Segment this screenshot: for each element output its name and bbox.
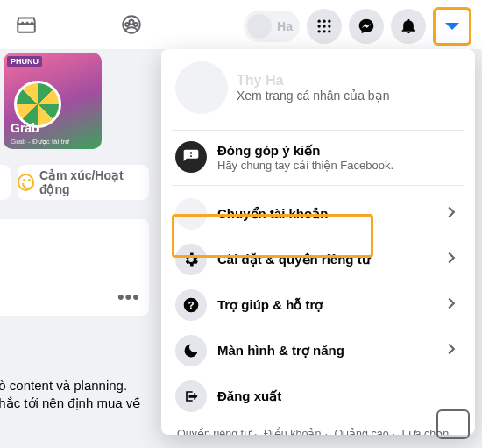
feedback-sub: Hãy chung tay cải thiện Facebook. xyxy=(217,159,393,172)
switch-account-icon xyxy=(175,198,207,230)
sponsored-story-card[interactable]: PHUNU Grab Grab - Được tài trợ xyxy=(4,53,102,149)
post-more-icon[interactable]: ••• xyxy=(117,286,140,309)
divider xyxy=(172,185,464,186)
story-title: Grab xyxy=(11,121,39,135)
svg-point-11 xyxy=(323,30,325,32)
notifications-button[interactable] xyxy=(391,9,426,44)
post-body-text: nò content và planning. nhắc tới nên địn… xyxy=(0,377,184,413)
logout-icon xyxy=(175,380,207,412)
composer-feeling-button[interactable]: Cảm xúc/Hoạt động xyxy=(18,165,149,200)
chat-launcher-icon[interactable] xyxy=(436,409,470,439)
marketplace-nav-icon[interactable] xyxy=(9,7,44,42)
chevron-right-icon xyxy=(442,203,461,225)
menu-label: Trợ giúp & hỗ trợ xyxy=(217,297,323,313)
dropdown-footer: Quyền riêng tư· Điều khoản· Quảng cáo· L… xyxy=(168,419,468,435)
divider xyxy=(172,130,464,131)
svg-point-8 xyxy=(323,25,325,27)
gear-icon xyxy=(175,244,207,275)
feedback-row[interactable]: Đóng góp ý kiến Hãy chung tay cải thiện … xyxy=(168,136,468,181)
menu-label: Đăng xuất xyxy=(217,388,281,404)
moon-icon xyxy=(175,335,207,366)
footer-link[interactable]: Quyền riêng tư xyxy=(177,428,251,435)
svg-point-9 xyxy=(328,25,330,27)
post-line: nò content và planning. xyxy=(0,377,184,395)
profile-name: Thy Ha xyxy=(237,73,389,89)
menu-display-accessibility[interactable]: Màn hình & trợ năng xyxy=(168,328,468,373)
svg-text:?: ? xyxy=(188,299,194,310)
svg-point-4 xyxy=(318,20,321,23)
menu-grid-button[interactable] xyxy=(307,9,342,44)
messenger-button[interactable] xyxy=(349,9,384,44)
composer-option[interactable] xyxy=(0,165,11,200)
feedback-title: Đóng góp ý kiến xyxy=(217,143,393,159)
menu-help-support[interactable]: ? Trợ giúp & hỗ trợ xyxy=(168,282,468,328)
avatar xyxy=(247,14,272,39)
footer-link[interactable]: Điều khoản xyxy=(264,428,321,435)
profile-name: Ha xyxy=(277,19,293,33)
svg-point-3 xyxy=(134,23,138,26)
menu-label: Cài đặt & quyền riêng tư xyxy=(217,252,371,267)
post-line: nhắc tới nên định mua về xyxy=(0,395,184,412)
menu-logout[interactable]: Đăng xuất xyxy=(168,373,468,419)
svg-point-12 xyxy=(328,30,330,32)
svg-point-5 xyxy=(323,20,325,23)
feedback-icon xyxy=(175,141,207,173)
feed-left-column: PHUNU Grab Grab - Được tài trợ Cảm xúc/H… xyxy=(0,49,149,316)
smiley-icon xyxy=(18,174,34,191)
menu-label: Màn hình & trợ năng xyxy=(217,343,344,359)
composer-feeling-label: Cảm xúc/Hoạt động xyxy=(39,168,149,196)
profile-sublabel: Xem trang cá nhân của bạn xyxy=(237,89,389,103)
chevron-right-icon xyxy=(442,339,461,362)
svg-point-6 xyxy=(328,20,330,23)
caret-down-icon xyxy=(445,23,459,30)
chevron-right-icon xyxy=(442,248,461,271)
avatar xyxy=(175,61,228,114)
top-navbar: Ha xyxy=(0,0,482,49)
footer-link[interactable]: Quảng cáo xyxy=(334,428,388,435)
chevron-right-icon xyxy=(442,294,461,316)
svg-point-1 xyxy=(129,20,133,25)
menu-settings-privacy[interactable]: Cài đặt & quyền riêng tư xyxy=(168,237,468,282)
topbar-right-cluster: Ha xyxy=(244,7,471,46)
menu-label: Chuyển tài khoản xyxy=(217,206,328,222)
composer-row: Cảm xúc/Hoạt động xyxy=(0,165,149,200)
story-subtitle: Grab - Được tài trợ xyxy=(11,138,69,146)
svg-point-10 xyxy=(318,30,321,32)
story-tag: PHUNU xyxy=(7,56,42,67)
question-icon: ? xyxy=(175,289,207,321)
menu-switch-account[interactable]: Chuyển tài khoản xyxy=(168,191,468,237)
svg-point-2 xyxy=(125,23,129,26)
groups-nav-icon[interactable] xyxy=(114,7,149,42)
dropdown-profile-row[interactable]: Thy Ha Xem trang cá nhân của bạn xyxy=(168,56,468,126)
account-dropdown: Thy Ha Xem trang cá nhân của bạn Đóng gó… xyxy=(161,49,475,435)
account-menu-button[interactable] xyxy=(433,7,471,46)
svg-point-7 xyxy=(318,25,321,27)
post-card[interactable]: ••• xyxy=(0,219,149,316)
profile-chip[interactable]: Ha xyxy=(244,11,300,42)
